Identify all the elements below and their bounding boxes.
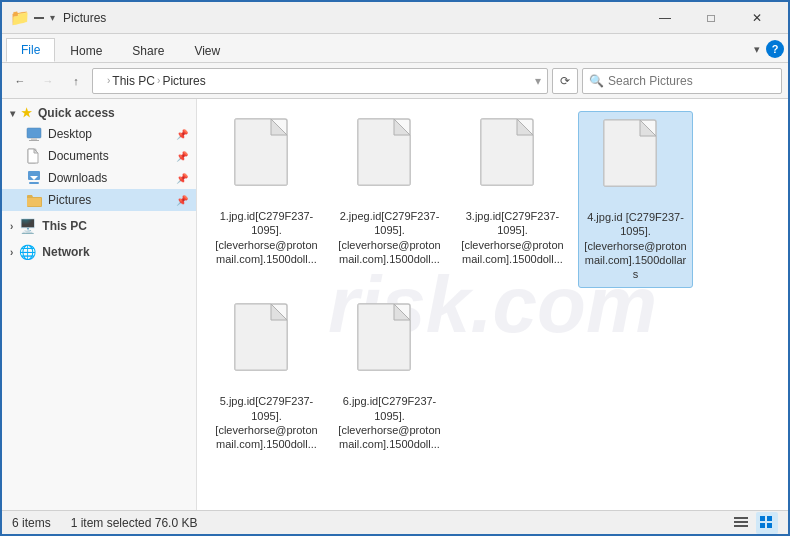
network-arrow: › — [10, 247, 13, 258]
minimize-button[interactable]: — — [642, 2, 688, 34]
tab-home[interactable]: Home — [55, 39, 117, 62]
thispc-icon: 🖥️ — [19, 218, 36, 234]
svg-rect-31 — [767, 516, 772, 521]
item-count: 6 items — [12, 516, 51, 530]
sidebar-section-network[interactable]: › 🌐 Network — [2, 241, 196, 263]
svg-rect-33 — [767, 523, 772, 528]
file-icon — [231, 302, 303, 390]
svg-rect-32 — [760, 523, 765, 528]
title-bar-icons: 📁 ▾ — [10, 8, 55, 27]
svg-rect-0 — [27, 128, 41, 138]
file-icon — [231, 117, 303, 205]
network-icon: 🌐 — [19, 244, 36, 260]
ribbon-collapse-icon[interactable]: ▾ — [754, 43, 760, 56]
svg-rect-28 — [734, 521, 748, 523]
file-icon — [477, 117, 549, 205]
search-box[interactable]: 🔍 — [582, 68, 782, 94]
svg-rect-8 — [29, 182, 39, 184]
back-button[interactable]: ← — [8, 69, 32, 93]
address-arrow-2: › — [157, 75, 160, 86]
window-title: Pictures — [63, 11, 642, 25]
address-part-pictures: Pictures — [162, 74, 205, 88]
address-arrow-1: › — [107, 75, 110, 86]
svg-rect-29 — [734, 525, 748, 527]
search-input[interactable] — [608, 74, 775, 88]
file-icon — [600, 118, 672, 206]
help-icon[interactable]: ? — [766, 40, 784, 58]
svg-rect-2 — [29, 140, 39, 141]
app-icon: 📁 — [10, 8, 30, 27]
network-label: Network — [42, 245, 89, 259]
window-controls: — □ ✕ — [642, 2, 780, 34]
desktop-icon — [26, 126, 42, 142]
search-icon: 🔍 — [589, 74, 604, 88]
title-bar: 📁 ▾ Pictures — □ ✕ — [2, 2, 788, 34]
thispc-label: This PC — [42, 219, 87, 233]
downloads-icon — [26, 170, 42, 186]
downloads-label: Downloads — [48, 171, 107, 185]
file-item[interactable]: 5.jpg.id[C279F237-1095].[cleverhorse@pro… — [209, 296, 324, 457]
documents-label: Documents — [48, 149, 109, 163]
file-icon — [354, 117, 426, 205]
file-container: 1.jpg.id[C279F237-1095].[cleverhorse@pro… — [209, 111, 776, 458]
pictures-label: Pictures — [48, 193, 91, 207]
tab-view[interactable]: View — [179, 39, 235, 62]
file-name: 3.jpg.id[C279F237-1095].[cleverhorse@pro… — [459, 209, 566, 266]
file-item[interactable]: 1.jpg.id[C279F237-1095].[cleverhorse@pro… — [209, 111, 324, 288]
status-bar: 6 items 1 item selected 76.0 KB — [2, 510, 788, 534]
sidebar-section-thispc[interactable]: › 🖥️ This PC — [2, 215, 196, 237]
desktop-pin-icon: 📌 — [176, 129, 188, 140]
ribbon-tabs: File Home Share View ▾ ? — [2, 34, 788, 62]
refresh-button[interactable]: ⟳ — [552, 68, 578, 94]
downloads-pin-icon: 📌 — [176, 173, 188, 184]
address-home-icon — [99, 74, 105, 88]
address-part-thispc: This PC — [112, 74, 155, 88]
quick-access-label: Quick access — [38, 106, 115, 120]
quick-access-arrow: ▾ — [10, 108, 15, 119]
address-dropdown-icon[interactable]: ▾ — [535, 74, 541, 88]
file-name: 4.jpg.id [C279F237-1095].[cleverhorse@pr… — [583, 210, 688, 281]
content-area: ▾ ★ Quick access Desktop 📌 Documents 📌 — [2, 99, 788, 510]
nav-pane: ▾ ★ Quick access Desktop 📌 Documents 📌 — [2, 99, 197, 510]
file-item[interactable]: 2.jpeg.id[C279F237-1095].[cleverhorse@pr… — [332, 111, 447, 288]
address-box[interactable]: › This PC › Pictures ▾ — [92, 68, 548, 94]
close-button[interactable]: ✕ — [734, 2, 780, 34]
explorer-window: 📁 ▾ Pictures — □ ✕ File Home Share View … — [0, 0, 790, 536]
forward-button[interactable]: → — [36, 69, 60, 93]
list-view-button[interactable] — [730, 512, 752, 534]
tab-share[interactable]: Share — [117, 39, 179, 62]
tab-file[interactable]: File — [6, 38, 55, 62]
documents-icon — [26, 148, 42, 164]
selected-info: 1 item selected 76.0 KB — [71, 516, 198, 530]
up-button[interactable]: ↑ — [64, 69, 88, 93]
file-name: 6.jpg.id[C279F237-1095].[cleverhorse@pro… — [336, 394, 443, 451]
sidebar-item-desktop[interactable]: Desktop 📌 — [2, 123, 196, 145]
thispc-arrow: › — [10, 221, 13, 232]
sidebar-item-downloads[interactable]: Downloads 📌 — [2, 167, 196, 189]
pictures-pin-icon: 📌 — [176, 195, 188, 206]
pictures-folder-icon — [26, 192, 42, 208]
sidebar-item-documents[interactable]: Documents 📌 — [2, 145, 196, 167]
file-item[interactable]: 4.jpg.id [C279F237-1095].[cleverhorse@pr… — [578, 111, 693, 288]
file-icon — [354, 302, 426, 390]
file-name: 2.jpeg.id[C279F237-1095].[cleverhorse@pr… — [336, 209, 443, 266]
file-name: 1.jpg.id[C279F237-1095].[cleverhorse@pro… — [213, 209, 320, 266]
maximize-button[interactable]: □ — [688, 2, 734, 34]
sidebar-item-pictures[interactable]: Pictures 📌 — [2, 189, 196, 211]
icon-view-button[interactable] — [756, 512, 778, 534]
ribbon: File Home Share View ▾ ? — [2, 34, 788, 63]
documents-pin-icon: 📌 — [176, 151, 188, 162]
file-item[interactable]: 6.jpg.id[C279F237-1095].[cleverhorse@pro… — [332, 296, 447, 457]
status-bar-right — [730, 512, 778, 534]
file-pane: risk.com 1.jpg.id[C279F237-1095].[clever… — [197, 99, 788, 510]
svg-rect-27 — [734, 517, 748, 519]
address-bar-row: ← → ↑ › This PC › Pictures ▾ ⟳ 🔍 — [2, 63, 788, 99]
sidebar-section-quick-access[interactable]: ▾ ★ Quick access — [2, 103, 196, 123]
file-name: 5.jpg.id[C279F237-1095].[cleverhorse@pro… — [213, 394, 320, 451]
file-item[interactable]: 3.jpg.id[C279F237-1095].[cleverhorse@pro… — [455, 111, 570, 288]
svg-rect-30 — [760, 516, 765, 521]
desktop-label: Desktop — [48, 127, 92, 141]
quick-access-star-icon: ★ — [21, 106, 32, 120]
address-parts: › This PC › Pictures — [99, 74, 206, 88]
svg-rect-1 — [31, 138, 37, 140]
